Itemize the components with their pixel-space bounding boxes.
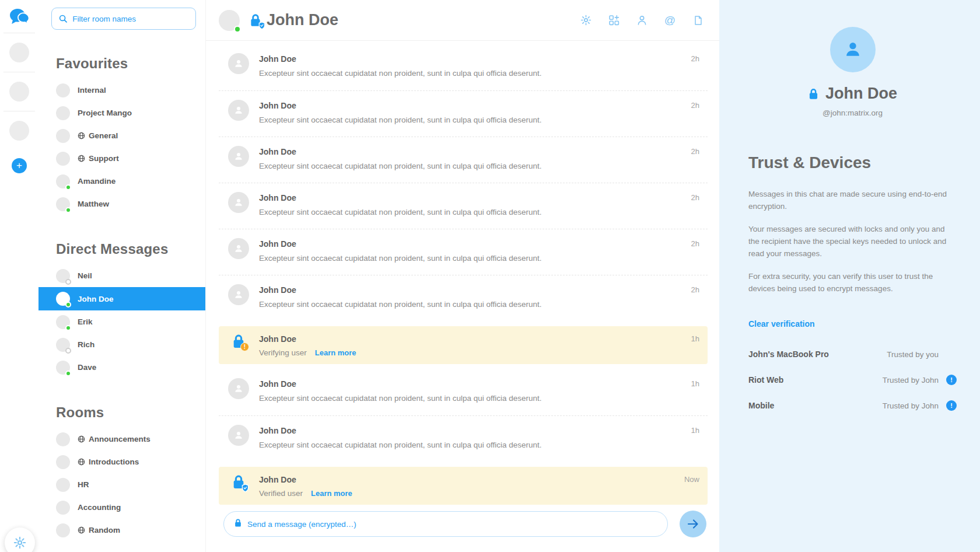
sidebar-item-dave[interactable]: Dave xyxy=(51,356,196,379)
person-icon xyxy=(233,289,244,301)
info-badge-icon[interactable]: ! xyxy=(946,375,957,385)
globe-icon xyxy=(78,435,85,443)
profile-avatar xyxy=(830,27,876,72)
verification-lock: ! xyxy=(228,333,249,350)
status-text: Verifying user xyxy=(259,348,307,357)
person-icon xyxy=(233,104,244,116)
sidebar-item-support[interactable]: Support xyxy=(51,147,196,170)
message-timestamp: 2h xyxy=(691,193,699,202)
message-text: Excepteur sint occaecat cupidatat non pr… xyxy=(259,69,684,78)
person-icon xyxy=(233,151,244,162)
sidebar-item-internal[interactable]: Internal xyxy=(51,79,196,102)
message-body: John Doe Excepteur sint occaecat cupidat… xyxy=(259,100,684,124)
device-trust-label: Trusted by John xyxy=(883,401,939,410)
community-avatar[interactable] xyxy=(9,43,29,62)
message-body: John Doe Excepteur sint occaecat cupidat… xyxy=(259,146,684,170)
room-settings-icon[interactable] xyxy=(580,14,592,26)
info-badge-icon[interactable]: ! xyxy=(946,400,957,411)
person-icon xyxy=(233,429,244,441)
shield-badge-icon xyxy=(242,484,249,492)
message-text: Excepteur sint occaecat cupidatat non pr… xyxy=(259,300,684,309)
room-label: Erik xyxy=(78,317,93,326)
message-timestamp: Now xyxy=(684,475,699,484)
presence-dot xyxy=(65,348,71,354)
message-sender: John Doe xyxy=(259,379,684,389)
device-name: Riot Web xyxy=(748,375,783,385)
profile-name: John Doe xyxy=(825,85,897,103)
app-logo-icon[interactable] xyxy=(9,8,30,27)
person-icon xyxy=(233,58,244,69)
trust-devices-title: Trust & Devices xyxy=(748,153,957,172)
sidebar-item-project-mango[interactable]: Project Mango xyxy=(51,102,196,124)
header-toolbar: @ xyxy=(580,14,704,26)
community-avatar[interactable] xyxy=(9,82,29,102)
add-community-button[interactable]: + xyxy=(12,158,27,173)
section-title-rooms: Rooms xyxy=(56,404,196,421)
presence-dot xyxy=(65,184,71,190)
members-icon[interactable] xyxy=(636,14,648,26)
chat-column: John Doe xyxy=(205,0,719,552)
sidebar-item-hr[interactable]: HR xyxy=(51,473,196,496)
sidebar-item-introductions[interactable]: Introductions xyxy=(51,450,196,473)
riot-chat-app: + FavouritesInternalProject Mango Genera… xyxy=(0,0,980,552)
message-sender: John Doe xyxy=(259,475,677,484)
message-row: John Doe Excepteur sint occaecat cupidat… xyxy=(219,415,708,462)
room-label: Random xyxy=(89,526,120,534)
files-icon[interactable] xyxy=(692,14,704,26)
avatar-icon xyxy=(228,192,249,213)
room-filter-box[interactable] xyxy=(51,8,196,30)
sidebar-item-neil[interactable]: Neil xyxy=(51,264,196,287)
message-list: John Doe Excepteur sint occaecat cupidat… xyxy=(206,41,719,505)
mentions-icon[interactable]: @ xyxy=(664,14,676,26)
encrypted-lock-icon xyxy=(808,88,819,100)
add-widget-icon[interactable] xyxy=(608,14,620,26)
presence-dot xyxy=(234,26,241,33)
message-input[interactable] xyxy=(247,520,657,529)
room-sections: FavouritesInternalProject Mango General … xyxy=(51,55,196,541)
sidebar-item-rich[interactable]: Rich xyxy=(51,333,196,356)
learn-more-link[interactable]: Learn more xyxy=(315,348,356,357)
sidebar-item-random[interactable]: Random xyxy=(51,519,196,541)
avatar-icon xyxy=(228,146,249,167)
room-label: HR xyxy=(78,480,89,489)
send-button[interactable] xyxy=(680,511,706,537)
device-name: John's MacBook Pro xyxy=(748,350,829,359)
room-filter-input[interactable] xyxy=(72,15,188,23)
room-avatar xyxy=(56,106,70,120)
device-trust: Trusted by you ! xyxy=(887,349,957,359)
room-avatar xyxy=(56,361,70,375)
message-input-pill[interactable] xyxy=(223,511,668,537)
section-title-direct-messages: Direct Messages xyxy=(56,241,196,257)
room-label: Rich xyxy=(78,340,94,349)
sidebar-item-john-doe[interactable]: John Doe xyxy=(38,287,205,310)
room-label: Internal xyxy=(78,86,106,95)
sidebar-item-amandine[interactable]: Amandine xyxy=(51,170,196,193)
room-label: Dave xyxy=(78,363,96,372)
sidebar-item-general[interactable]: General xyxy=(51,124,196,147)
sidebar-item-matthew[interactable]: Matthew xyxy=(51,193,196,215)
clear-verification-link[interactable]: Clear verification xyxy=(748,319,815,329)
room-avatar xyxy=(56,338,70,352)
verification-lock xyxy=(228,474,249,490)
lock-icon xyxy=(234,518,242,527)
message-text: Excepteur sint occaecat cupidatat non pr… xyxy=(259,116,684,124)
user-info-panel: John Doe @john:matrix.org Trust & Device… xyxy=(719,0,980,552)
message-timestamp: 2h xyxy=(691,101,699,110)
avatar-icon xyxy=(228,100,249,121)
room-label: John Doe xyxy=(78,295,114,303)
sidebar-item-accounting[interactable]: Accounting xyxy=(51,496,196,519)
message-timestamp: 2h xyxy=(691,285,699,294)
section-title-favourites: Favourites xyxy=(56,55,196,72)
community-avatar[interactable] xyxy=(9,121,29,141)
device-trust-label: Trusted by John xyxy=(883,376,939,385)
learn-more-link[interactable]: Learn more xyxy=(311,489,352,498)
room-avatar xyxy=(56,501,70,515)
avatar-icon xyxy=(228,284,249,305)
community-rail: + xyxy=(0,0,38,552)
settings-button[interactable] xyxy=(5,527,35,552)
sidebar-item-announcements[interactable]: Announcements xyxy=(51,428,196,450)
room-avatar xyxy=(56,455,70,469)
person-icon xyxy=(233,197,244,208)
sidebar-item-erik[interactable]: Erik xyxy=(51,310,196,333)
message-text: Excepteur sint occaecat cupidatat non pr… xyxy=(259,208,684,216)
